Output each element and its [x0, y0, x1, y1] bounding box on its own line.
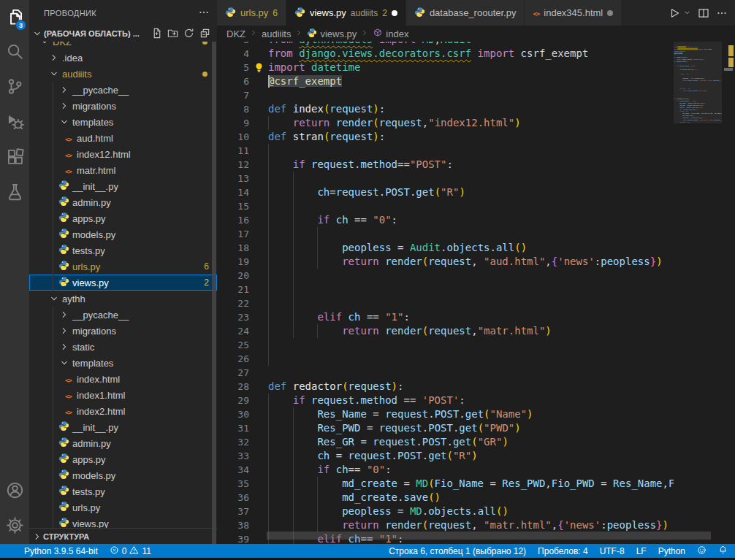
tree-item-index1-html[interactable]: <>index1.html	[29, 387, 217, 403]
code-line-10[interactable]: 10def stran(request):	[217, 130, 674, 144]
code-line-8[interactable]: 8def index(request):	[217, 102, 674, 116]
activitybar-item-explorer[interactable]: 3	[0, 0, 29, 35]
tree-item-apps-py[interactable]: apps.py	[29, 451, 217, 467]
new-folder-icon[interactable]	[167, 28, 178, 40]
tree-item-tests-py[interactable]: tests.py	[29, 483, 217, 499]
code-line-24[interactable]: 24 return render(request,"matr.html")	[217, 324, 674, 338]
tab-urls-py[interactable]: urls.py6	[217, 0, 286, 26]
modified-dot-icon[interactable]	[392, 10, 397, 16]
tree-item-aud-html[interactable]: <>aud.html	[29, 130, 217, 146]
tree-item-migrations[interactable]: migrations	[29, 98, 217, 114]
editor-more-actions-button[interactable]	[716, 7, 728, 19]
activitybar-item-source-control[interactable]	[0, 70, 29, 105]
code-line-14[interactable]: 14 ch=request.POST.get("R")	[217, 185, 674, 199]
code-line-19[interactable]: 19 return render(request, "aud.html",{'n…	[217, 255, 674, 269]
tree-item-admin-py[interactable]: admin.py	[29, 435, 217, 451]
tree-item-apps-py[interactable]: apps.py	[29, 210, 217, 226]
code-line-4[interactable]: 4from django.views.decorators.csrf impor…	[217, 47, 674, 61]
views-and-more-actions-icon[interactable]	[198, 7, 210, 20]
code-line-6[interactable]: 6@csrf_exempt	[217, 74, 674, 88]
activitybar-item-accounts[interactable]	[0, 474, 29, 509]
status-notifications[interactable]	[718, 545, 728, 557]
tab-index345-html[interactable]: <>index345.html	[525, 0, 622, 26]
tree-item-admin-py[interactable]: admin.py	[29, 194, 217, 210]
tree-item-urls-py[interactable]: urls.py	[29, 499, 217, 515]
code-line-27[interactable]: 27	[217, 366, 674, 380]
code-line-31[interactable]: 31 Res_PWD = request.POST.get("PWD")	[217, 421, 674, 435]
code-line-28[interactable]: 28def redactor(request):	[217, 380, 674, 394]
tree-item-index-html[interactable]: <>index.html	[29, 371, 217, 387]
horizontal-scrollbar[interactable]	[267, 532, 711, 540]
code-line-22[interactable]: 22	[217, 296, 674, 310]
tab-views-py[interactable]: views.pyaudiiits2	[286, 0, 406, 26]
code-editor[interactable]: 3from aythh.models import MD,Audit4from …	[217, 42, 735, 544]
status-indentation[interactable]: Пробелов: 4	[538, 546, 588, 556]
tree-item-views-py[interactable]: views.py	[29, 515, 217, 528]
activitybar-item-settings[interactable]	[0, 509, 29, 544]
code-line-15[interactable]: 15	[217, 199, 674, 213]
tree-item-views-py[interactable]: views.py2	[29, 275, 217, 291]
tree-item-idea[interactable]: .idea	[29, 50, 217, 66]
code-line-16[interactable]: 16 if ch == "0":	[217, 213, 674, 227]
tree-item-audiiits[interactable]: audiiits	[29, 66, 217, 82]
code-line-23[interactable]: 23 elif ch == "1":	[217, 310, 674, 324]
code-line-37[interactable]: 37 peopless = MD.objects.all()	[217, 505, 674, 518]
tree-item-tests-py[interactable]: tests.py	[29, 242, 217, 258]
status-cursor-position[interactable]: Строка 6, столбец 1 (выбрано 12)	[389, 546, 526, 556]
code-line-26[interactable]: 26	[217, 352, 674, 366]
tree-item-init-py[interactable]: __init__.py	[29, 178, 217, 194]
activitybar-item-testing[interactable]	[0, 175, 29, 210]
modified-dot-icon[interactable]	[607, 10, 613, 16]
tree-item-templates[interactable]: templates	[29, 355, 217, 371]
new-file-icon[interactable]	[151, 28, 162, 40]
tree-item-init-py[interactable]: __init__.py	[29, 419, 217, 435]
tree-item-static[interactable]: static	[29, 339, 217, 355]
tree-item-matr-html[interactable]: <>matr.html	[29, 162, 217, 178]
code-line-20[interactable]: 20	[217, 269, 674, 283]
code-line-12[interactable]: 12 if request.method=="POST":	[217, 158, 674, 172]
code-line-36[interactable]: 36 md_create.save()	[217, 491, 674, 505]
code-line-33[interactable]: 33 ch = request.POST.get("R")	[217, 449, 674, 463]
tree-item-templates[interactable]: templates	[29, 114, 217, 130]
workspace-section-header[interactable]: (РАБОЧАЯ ОБЛАСТЬ) ...	[29, 26, 217, 42]
code-line-25[interactable]: 25	[217, 338, 674, 352]
code-line-30[interactable]: 30 Res_Name = request.POST.get("Name")	[217, 407, 674, 421]
activitybar-item-search[interactable]	[0, 35, 29, 70]
run-python-file-button[interactable]	[669, 7, 680, 19]
code-line-17[interactable]: 17	[217, 227, 674, 241]
activitybar-item-run-and-debug[interactable]	[0, 105, 29, 140]
sidebar-scrollbar[interactable]	[212, 42, 216, 544]
activitybar-item-extensions[interactable]	[0, 140, 29, 175]
breadcrumb-item-audiiits[interactable]: audiiits	[262, 28, 291, 39]
code-line-29[interactable]: 29 if request.method == 'POST':	[217, 394, 674, 407]
code-line-21[interactable]: 21	[217, 283, 674, 296]
tab-database-roouter-py[interactable]: database_roouter.py	[406, 0, 525, 26]
code-line-5[interactable]: 5import datetime	[217, 61, 674, 74]
code-line-32[interactable]: 32 Res_GR = request.POST.get("GR")	[217, 435, 674, 449]
tree-item-models-py[interactable]: models.py	[29, 226, 217, 242]
code-line-18[interactable]: 18 peopless = Audit.objects.all()	[217, 241, 674, 255]
status-feedback[interactable]	[697, 545, 707, 557]
status-problems[interactable]: 011	[110, 545, 151, 557]
run-options-dropdown-button[interactable]	[687, 9, 691, 17]
code-line-38[interactable]: 38 return render(request, "matr.html",{'…	[217, 518, 674, 532]
tree-item-models-py[interactable]: models.py	[29, 467, 217, 483]
code-line-3[interactable]: 3from aythh.models import MD,Audit	[217, 42, 674, 47]
collapse-folders-icon[interactable]	[199, 28, 210, 40]
code-line-13[interactable]: 13	[217, 172, 674, 185]
breadcrumb-item-dkz[interactable]: DKZ	[226, 28, 245, 39]
code-line-34[interactable]: 34 if ch== "0":	[217, 463, 674, 477]
status-eol-sequence[interactable]: LF	[636, 546, 647, 556]
tree-item-index2-html[interactable]: <>index2.html	[29, 403, 217, 419]
split-editor-button[interactable]	[698, 7, 709, 19]
breadcrumb-item-views-py[interactable]: views.py	[307, 28, 357, 40]
tree-item-index12-html[interactable]: <>index12.html	[29, 146, 217, 162]
refresh-explorer-icon[interactable]	[183, 28, 194, 40]
code-line-35[interactable]: 35 md_create = MD(Fio_Name = Res_PWD,Fio…	[217, 477, 674, 491]
tree-item-migrations[interactable]: migrations	[29, 323, 217, 339]
code-line-11[interactable]: 11	[217, 144, 674, 158]
status-encoding[interactable]: UTF-8	[600, 546, 625, 556]
code-line-7[interactable]: 7	[217, 88, 674, 102]
outline-section-header[interactable]: СТРУКТУРА	[29, 528, 217, 544]
tree-item-aythh[interactable]: aythh	[29, 291, 217, 307]
